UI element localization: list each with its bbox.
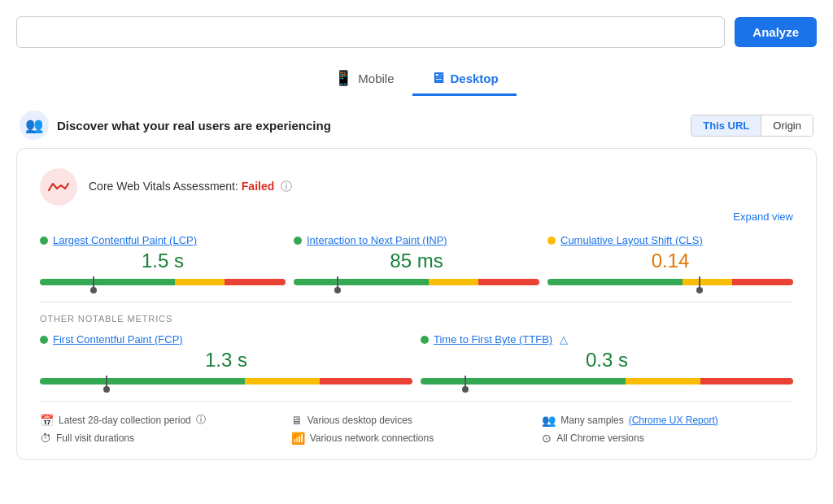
analyze-button[interactable]: Analyze — [735, 17, 817, 47]
footer-chrome-label: All Chrome versions — [556, 432, 643, 444]
lcp-value: 1.5 s — [40, 250, 286, 272]
footer-samples-text: Many samples — [560, 415, 623, 426]
fcp-bar — [40, 378, 412, 386]
ttfb-link[interactable]: Time to First Byte (TTFB) — [434, 333, 552, 345]
ttfb-bar-orange — [626, 378, 700, 385]
lcp-bar-green — [40, 279, 175, 285]
ttfb-experimental-icon: △ — [560, 333, 568, 345]
discover-row: 👥 Discover what your real users are expe… — [16, 111, 817, 140]
timer-icon: ⏱ — [40, 432, 51, 445]
footer-samples: 👥 Many samples (Chrome UX Report) — [542, 413, 793, 427]
fcp-needle-circle — [103, 386, 110, 393]
desktop-footer-icon: 🖥 — [291, 414, 303, 427]
ttfb-bar-red — [700, 378, 794, 385]
inp-needle — [337, 276, 338, 288]
section-divider — [40, 302, 793, 302]
tab-desktop[interactable]: 🖥 Desktop — [412, 63, 517, 96]
url-bar-row: https://www.qualtrics.com/ Analyze — [16, 16, 817, 48]
inp-bar — [294, 279, 539, 287]
fcp-dot — [40, 336, 48, 344]
fcp-bar-green — [40, 378, 245, 385]
fcp-bar-red — [320, 378, 413, 385]
calendar-icon: 📅 — [40, 414, 54, 427]
lcp-bar-orange — [175, 279, 224, 285]
ttfb-needle-circle — [462, 386, 469, 393]
url-origin-toggle: This URL Origin — [691, 115, 813, 137]
expand-view-link[interactable]: Expand view — [733, 211, 793, 223]
cwv-title-text: Core Web Vitals Assessment: — [89, 180, 238, 193]
cls-label-row: Cumulative Layout Shift (CLS) — [547, 234, 793, 246]
people-icon: 👥 — [542, 414, 556, 427]
ttfb-bar — [421, 378, 793, 386]
cls-bar-green — [547, 279, 683, 285]
metric-lcp: Largest Contentful Paint (LCP) 1.5 s — [40, 234, 286, 287]
fcp-link[interactable]: First Contentful Paint (FCP) — [53, 333, 183, 345]
inp-bar-green — [294, 279, 429, 285]
core-metrics-grid: Largest Contentful Paint (LCP) 1.5 s Int… — [40, 234, 793, 287]
inp-bar-red — [478, 279, 540, 285]
metric-cls: Cumulative Layout Shift (CLS) 0.14 — [547, 234, 793, 287]
metric-fcp: First Contentful Paint (FCP) 1.3 s — [40, 333, 412, 386]
footer-network: 📶 Various network connections — [291, 432, 543, 445]
chrome-ux-report-link[interactable]: (Chrome UX Report) — [629, 415, 718, 426]
tab-mobile[interactable]: 📱 Mobile — [316, 63, 412, 96]
discover-icon: 👥 — [20, 111, 49, 140]
cls-value: 0.14 — [547, 250, 793, 272]
inp-bar-track — [294, 279, 539, 285]
cwv-help-icon[interactable]: ⓘ — [281, 180, 292, 193]
discover-label: Discover what your real users are experi… — [57, 119, 331, 133]
inp-bar-orange — [429, 279, 478, 285]
ttfb-label-row: Time to First Byte (TTFB) △ — [421, 333, 793, 345]
footer-visit-label: Full visit durations — [56, 432, 134, 444]
fcp-label-row: First Contentful Paint (FCP) — [40, 333, 412, 345]
metric-ttfb: Time to First Byte (TTFB) △ 0.3 s — [421, 333, 793, 386]
cwv-title-row: Core Web Vitals Assessment: Failed ⓘ — [89, 180, 292, 194]
lcp-label-row: Largest Contentful Paint (LCP) — [40, 234, 286, 246]
inp-label-row: Interaction to Next Paint (INP) — [294, 234, 539, 246]
other-metrics-grid: First Contentful Paint (FCP) 1.3 s Time … — [40, 333, 793, 386]
metric-inp: Interaction to Next Paint (INP) 85 ms — [294, 234, 539, 287]
this-url-button[interactable]: This URL — [691, 115, 761, 136]
url-input[interactable]: https://www.qualtrics.com/ — [16, 16, 725, 48]
ttfb-value: 0.3 s — [421, 349, 793, 371]
lcp-needle — [93, 276, 94, 288]
footer-visit-duration: ⏱ Full visit durations — [40, 432, 291, 445]
inp-value: 85 ms — [294, 250, 539, 272]
lcp-bar-red — [225, 279, 286, 285]
footer-collection-help[interactable]: ⓘ — [196, 413, 206, 427]
cwv-icon — [40, 168, 77, 206]
mobile-icon: 📱 — [334, 69, 352, 87]
lcp-needle-circle — [90, 287, 97, 293]
cls-dot — [547, 237, 556, 245]
cls-needle-circle — [696, 287, 703, 293]
fcp-value: 1.3 s — [40, 349, 412, 371]
origin-button[interactable]: Origin — [761, 115, 813, 136]
footer-chrome: ⊙ All Chrome versions — [542, 432, 793, 445]
device-tab-row: 📱 Mobile 🖥 Desktop — [16, 63, 817, 96]
cwv-header: Core Web Vitals Assessment: Failed ⓘ — [40, 168, 793, 206]
tab-desktop-label: Desktop — [451, 72, 499, 85]
main-card: Core Web Vitals Assessment: Failed ⓘ Exp… — [16, 148, 817, 460]
cls-bar-track — [547, 279, 793, 285]
discover-left: 👥 Discover what your real users are expe… — [20, 111, 331, 140]
wifi-icon: 📶 — [291, 432, 305, 445]
cls-needle — [699, 276, 700, 288]
chrome-icon: ⊙ — [542, 432, 552, 445]
footer-info: 📅 Latest 28-day collection period ⓘ 🖥 Va… — [40, 401, 793, 445]
cls-bar — [547, 279, 793, 287]
cls-bar-red — [732, 279, 794, 285]
footer-collection-label: Latest 28-day collection period — [59, 415, 191, 426]
ttfb-bar-green — [421, 378, 626, 385]
cls-link[interactable]: Cumulative Layout Shift (CLS) — [560, 234, 703, 246]
ttfb-needle — [464, 376, 466, 387]
footer-desktop-label: Various desktop devices — [307, 415, 412, 426]
lcp-bar-track — [40, 279, 286, 285]
fcp-bar-track — [40, 378, 412, 385]
footer-collection-period: 📅 Latest 28-day collection period ⓘ — [40, 413, 291, 427]
ttfb-dot — [421, 336, 429, 344]
other-metrics-label: OTHER NOTABLE METRICS — [40, 314, 793, 324]
lcp-dot — [40, 237, 48, 245]
lcp-link[interactable]: Largest Contentful Paint (LCP) — [53, 234, 197, 246]
footer-network-label: Various network connections — [310, 432, 434, 444]
inp-link[interactable]: Interaction to Next Paint (INP) — [307, 234, 447, 246]
